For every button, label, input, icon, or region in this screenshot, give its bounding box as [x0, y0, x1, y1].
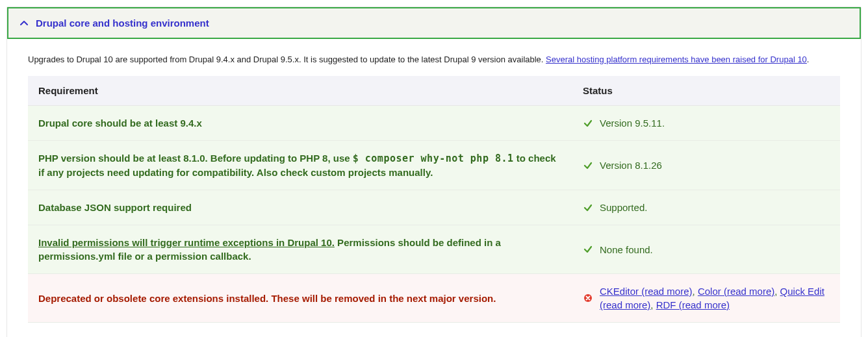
status-link[interactable]: Color (read more) [698, 286, 774, 297]
panel-title: Drupal core and hosting environment [36, 18, 209, 29]
requirement-cell: Database JSON support required [28, 190, 572, 225]
status-cell: Version 8.1.26 [572, 141, 840, 190]
requirement-text: PHP version should be at least 8.1.0. Be… [38, 153, 353, 164]
panel-header[interactable]: Drupal core and hosting environment [7, 7, 861, 39]
requirement-text: Drupal core should be at least 9.4.x [38, 118, 202, 129]
intro-text: Upgrades to Drupal 10 are supported from… [28, 55, 840, 64]
col-header-status: Status [572, 76, 840, 106]
error-icon [583, 293, 593, 303]
table-row: Invalid permissions will trigger runtime… [28, 225, 840, 274]
status-text: Version 8.1.26 [600, 158, 662, 172]
check-icon [583, 160, 593, 171]
requirements-table: Requirement Status Drupal core should be… [28, 76, 840, 323]
status-link[interactable]: RDF (read more) [656, 299, 730, 310]
table-row: Deprecated or obsolete core extensions i… [28, 274, 840, 323]
table-row: Database JSON support required Supported… [28, 190, 840, 225]
check-icon [583, 118, 593, 129]
table-row: Drupal core should be at least 9.4.x Ver… [28, 106, 840, 141]
requirement-code: $ composer why-not php 8.1 [353, 153, 514, 164]
requirement-text: Database JSON support required [38, 202, 192, 213]
status-link[interactable]: CKEditor (read more) [600, 286, 693, 297]
requirement-link[interactable]: Invalid permissions will trigger runtime… [38, 237, 335, 248]
panel-body: Upgrades to Drupal 10 are supported from… [7, 39, 861, 337]
requirement-cell: Invalid permissions will trigger runtime… [28, 225, 572, 274]
intro-text-before-link: Upgrades to Drupal 10 are supported from… [28, 55, 546, 64]
requirement-text: Deprecated or obsolete core extensions i… [38, 293, 496, 304]
check-icon [583, 244, 593, 255]
intro-text-after-link: . [807, 55, 810, 64]
col-header-requirement: Requirement [28, 76, 572, 106]
status-cell: Version 9.5.11. [572, 106, 840, 141]
status-cell: Supported. [572, 190, 840, 225]
upgrade-panel: Drupal core and hosting environment Upgr… [6, 6, 862, 337]
status-cell: None found. [572, 225, 840, 274]
requirement-cell: Drupal core should be at least 9.4.x [28, 106, 572, 141]
status-text: Supported. [600, 201, 647, 214]
status-text: Version 9.5.11. [600, 116, 665, 130]
intro-link[interactable]: Several hosting platform requirements ha… [546, 55, 807, 64]
check-icon [583, 203, 593, 213]
requirement-cell: PHP version should be at least 8.1.0. Be… [28, 141, 572, 190]
status-text: CKEditor (read more), Color (read more),… [600, 284, 830, 312]
requirement-cell: Deprecated or obsolete core extensions i… [28, 274, 572, 323]
chevron-up-icon [19, 18, 29, 29]
table-row: PHP version should be at least 8.1.0. Be… [28, 141, 840, 190]
status-text: None found. [600, 243, 653, 256]
status-cell: CKEditor (read more), Color (read more),… [572, 274, 840, 323]
